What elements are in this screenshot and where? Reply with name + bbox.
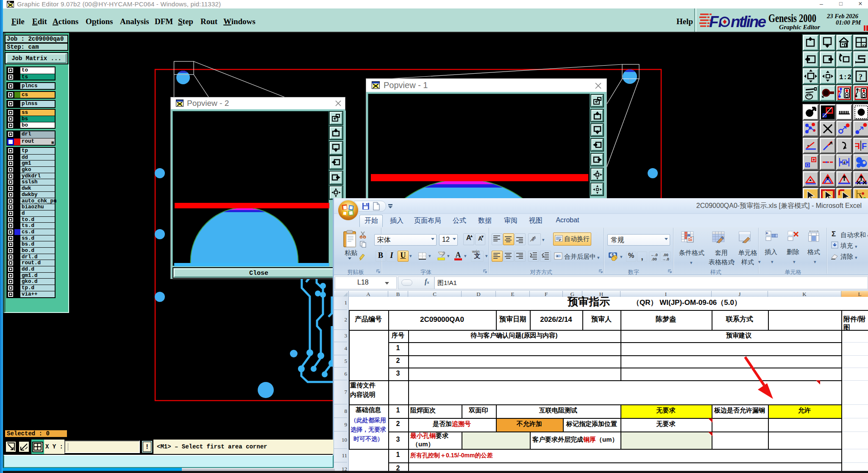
svg-text:a: a: [556, 254, 558, 257]
svg-text:XY: XY: [862, 44, 867, 47]
svg-text:ntline: ntline: [731, 13, 766, 30]
svg-text:1:2: 1:2: [839, 74, 851, 81]
svg-text:4: 4: [843, 160, 846, 165]
svg-text:F: F: [855, 141, 860, 151]
svg-text:F: F: [862, 141, 867, 151]
svg-text:?: ?: [859, 73, 862, 81]
